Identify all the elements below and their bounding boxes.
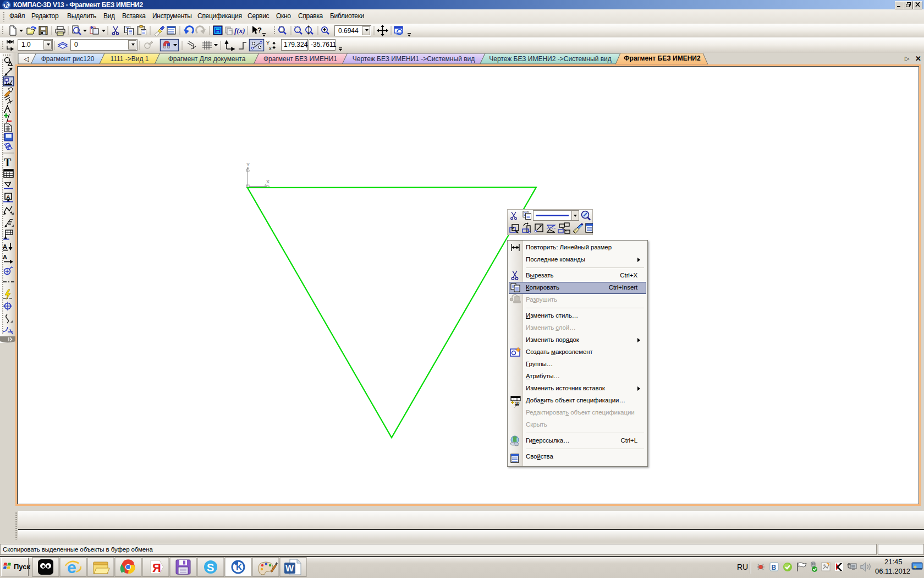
- svg-text:x: x: [269, 46, 272, 51]
- svg-text:A: A: [7, 194, 10, 200]
- svg-text:X: X: [266, 179, 270, 184]
- svg-text:RU: RU: [737, 563, 748, 571]
- svg-text:21:45: 21:45: [884, 558, 903, 566]
- svg-text:A: A: [3, 243, 7, 250]
- svg-text:Я: Я: [152, 561, 161, 575]
- svg-text:B: B: [772, 564, 777, 571]
- svg-text:W: W: [285, 564, 294, 573]
- svg-text:K: K: [236, 563, 243, 572]
- svg-text:A: A: [3, 254, 7, 260]
- svg-text:S: S: [207, 561, 214, 574]
- svg-text:Y: Y: [246, 162, 250, 167]
- svg-text:f(x): f(x): [234, 26, 245, 35]
- svg-text:Y: Y: [266, 40, 270, 46]
- svg-text:?: ?: [257, 26, 262, 34]
- svg-text:06.11.2012: 06.11.2012: [875, 567, 910, 575]
- svg-text:T: T: [4, 156, 12, 168]
